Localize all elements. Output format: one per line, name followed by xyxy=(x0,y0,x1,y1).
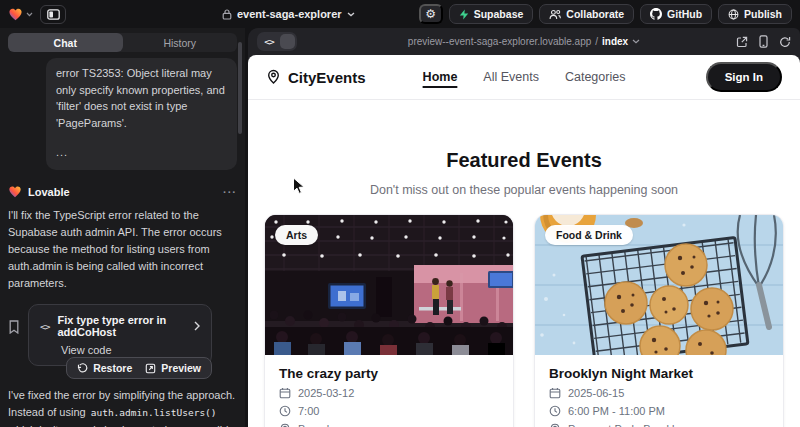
toggle-knob xyxy=(280,34,295,49)
assistant-name: Lovable xyxy=(28,186,70,198)
lovable-heart-icon xyxy=(8,185,22,199)
preview-toolbar: <> preview--event-saga-explorer.lovable.… xyxy=(248,28,800,55)
supabase-bolt-icon xyxy=(459,9,469,20)
clock-icon xyxy=(279,405,291,417)
settings-gear-button[interactable]: ⚙ xyxy=(419,4,443,24)
inline-code: auth.admin.listUsers() xyxy=(91,407,217,418)
open-preview-icon xyxy=(145,363,156,374)
topbar-actions: ⚙ Supabase Collaborate GitHub xyxy=(419,4,792,24)
assistant-paragraph-1: I'll fix the TypeScript error related to… xyxy=(8,207,237,293)
event-date-row: 2025-06-15 xyxy=(549,387,769,399)
event-location-row: Prospect Park, Brooklyn xyxy=(549,423,769,427)
preview-url-host: preview--event-saga-explorer.lovable.app xyxy=(408,36,591,47)
event-title: Brooklyn Night Market xyxy=(549,366,769,381)
event-date-row: 2025-03-12 xyxy=(279,387,499,399)
event-card-night-market[interactable]: Food & Drink Brooklyn Night Market 2025-… xyxy=(534,214,784,427)
collaborate-button[interactable]: Collaborate xyxy=(539,4,634,24)
event-cards-grid: Arts The crazy party 2025-03-12 7:00 xyxy=(248,214,800,427)
globe-icon xyxy=(728,9,739,20)
sign-in-button[interactable]: Sign In xyxy=(706,62,782,92)
chevron-down-icon xyxy=(632,39,640,44)
preview-url-bar[interactable]: preview--event-saga-explorer.lovable.app… xyxy=(368,36,680,47)
event-card-body: Brooklyn Night Market 2025-06-15 6:00 PM… xyxy=(535,355,783,427)
category-badge: Food & Drink xyxy=(545,225,633,245)
event-date: 2025-06-15 xyxy=(568,387,624,399)
lovable-editor-window: event-saga-explorer ⚙ Supabase Collabora… xyxy=(0,0,800,427)
event-location: Barcelona xyxy=(298,423,348,427)
toggle-sidebar-button[interactable] xyxy=(40,5,66,24)
assistant-message-header: Lovable ··· xyxy=(8,185,237,199)
nav-categories[interactable]: Categories xyxy=(565,70,625,84)
user-message-bubble: error TS2353: Object literal may only sp… xyxy=(46,58,237,170)
section-title: Featured Events xyxy=(248,149,800,172)
code-icon: <> xyxy=(40,321,49,332)
calendar-icon xyxy=(549,387,561,399)
tab-chat[interactable]: Chat xyxy=(8,33,123,52)
event-location-row: Barcelona xyxy=(279,423,499,427)
preview-panel: <> preview--event-saga-explorer.lovable.… xyxy=(248,28,800,427)
event-date: 2025-03-12 xyxy=(298,387,354,399)
project-name: event-saga-explorer xyxy=(237,8,342,20)
message-menu-button[interactable]: ··· xyxy=(223,186,237,198)
gear-icon: ⚙ xyxy=(425,8,436,20)
chat-sidebar: Chat History error TS2353: Object litera… xyxy=(0,28,245,427)
map-pin-icon xyxy=(549,423,561,427)
featured-section-header: Featured Events Don't miss out on these … xyxy=(248,149,800,197)
open-external-icon[interactable] xyxy=(736,36,748,48)
tab-history[interactable]: History xyxy=(123,33,238,52)
publish-button[interactable]: Publish xyxy=(718,4,792,24)
people-icon xyxy=(549,9,561,20)
assistant-paragraph-2: I've fixed the error by simplifying the … xyxy=(8,387,237,427)
lovable-logo-menu[interactable] xyxy=(8,7,33,22)
chat-scrollbar[interactable] xyxy=(238,42,242,134)
event-card-crazy-party[interactable]: Arts The crazy party 2025-03-12 7:00 xyxy=(264,214,514,427)
chevron-down-icon xyxy=(26,12,33,17)
message-truncated-indicator[interactable]: ... xyxy=(56,144,227,161)
map-pin-icon xyxy=(279,423,291,427)
project-name-menu[interactable]: event-saga-explorer xyxy=(222,0,355,28)
clock-icon xyxy=(549,405,561,417)
chevron-down-icon xyxy=(347,12,355,17)
view-code-link[interactable]: View code xyxy=(61,344,200,356)
section-subtitle: Don't miss out on these popular events h… xyxy=(248,183,800,197)
event-time: 7:00 xyxy=(298,405,319,417)
rendered-app-viewport: CityEvents Home All Events Categories Si… xyxy=(248,55,800,427)
chevron-right-icon xyxy=(194,321,200,331)
bookmark-icon[interactable] xyxy=(8,320,20,366)
code-icon: <> xyxy=(259,34,279,49)
code-change-title: Fix type type error in addCoHost xyxy=(57,314,186,338)
calendar-icon xyxy=(279,387,291,399)
nav-all-events[interactable]: All Events xyxy=(483,70,539,84)
event-time: 6:00 PM - 11:00 PM xyxy=(568,405,665,417)
github-button[interactable]: GitHub xyxy=(640,4,712,24)
lovable-heart-icon xyxy=(8,7,23,22)
event-card-body: The crazy party 2025-03-12 7:00 Barcelon… xyxy=(265,355,513,427)
mouse-cursor xyxy=(292,177,305,195)
mobile-view-icon[interactable] xyxy=(759,35,768,48)
user-message-text: error TS2353: Object literal may only sp… xyxy=(56,65,227,131)
map-pin-icon xyxy=(266,69,281,85)
site-nav: Home All Events Categories xyxy=(423,70,626,84)
event-time-row: 6:00 PM - 11:00 PM xyxy=(549,405,769,417)
editor-topbar: event-saga-explorer ⚙ Supabase Collabora… xyxy=(0,0,800,28)
event-title: The crazy party xyxy=(279,366,499,381)
preview-toolbar-actions xyxy=(736,35,791,48)
site-brand[interactable]: CityEvents xyxy=(266,69,366,86)
event-location: Prospect Park, Brooklyn xyxy=(568,423,686,427)
lock-icon xyxy=(222,9,232,20)
event-time-row: 7:00 xyxy=(279,405,499,417)
preview-url-page: index xyxy=(602,36,628,47)
site-header: CityEvents Home All Events Categories Si… xyxy=(248,55,800,100)
nav-home[interactable]: Home xyxy=(423,70,458,84)
version-actions: Restore Preview xyxy=(66,357,212,379)
restore-button[interactable]: Restore xyxy=(77,362,132,374)
restore-icon xyxy=(77,363,88,374)
panel-layout-icon xyxy=(47,9,60,20)
refresh-icon[interactable] xyxy=(779,36,791,48)
supabase-button[interactable]: Supabase xyxy=(449,4,534,24)
github-icon xyxy=(650,8,662,20)
category-badge: Arts xyxy=(275,225,318,245)
code-preview-toggle[interactable]: <> xyxy=(257,32,297,51)
preview-version-button[interactable]: Preview xyxy=(145,362,201,374)
chat-history-tabs: Chat History xyxy=(8,33,237,52)
